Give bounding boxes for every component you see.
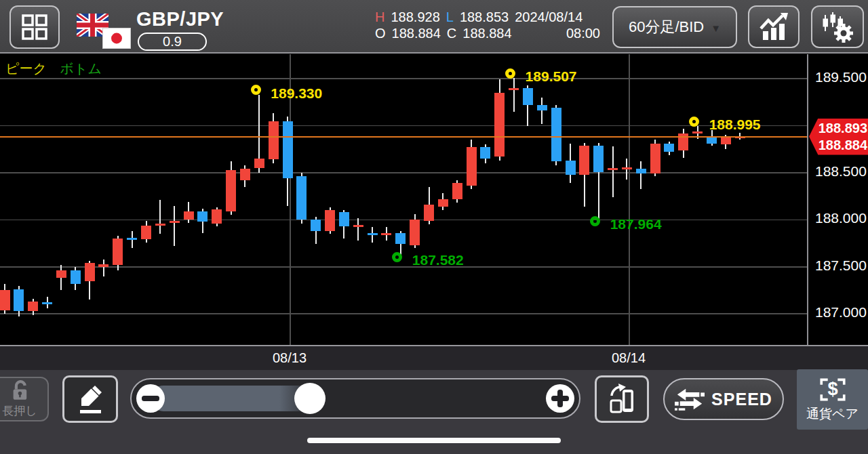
candle-body (98, 264, 108, 267)
candle-body (197, 211, 208, 222)
bottom-toolbar: 長押し (0, 370, 868, 454)
lock-button[interactable]: 長押し (0, 377, 49, 421)
candle-body (480, 147, 490, 159)
h-gridline (0, 220, 807, 221)
peak-value-label: 188.995 (709, 117, 761, 133)
home-indicator[interactable] (307, 438, 561, 443)
speed-order-button[interactable]: SPEED (663, 378, 784, 420)
candle-body (650, 144, 660, 173)
date-axis: 08/1308/14 (0, 345, 868, 370)
candle-body (269, 121, 279, 160)
h-gridline (0, 313, 807, 314)
price-axis-label: 187.000 (815, 304, 867, 321)
bottom-value-label: 187.964 (610, 216, 662, 232)
candle-body (509, 88, 519, 90)
close-label: C (447, 25, 456, 41)
open-label: O (375, 25, 386, 41)
candle-wick (103, 260, 104, 276)
candle-wick (174, 206, 175, 247)
candle-body (254, 159, 264, 168)
candle-wick (612, 146, 614, 197)
bottom-marker (590, 216, 600, 226)
zoom-out-button[interactable] (136, 384, 165, 413)
candle-body (184, 211, 194, 220)
candle-body (113, 239, 123, 265)
low-label: L (446, 9, 454, 25)
close-value: 188.884 (462, 25, 511, 41)
h-gridline (0, 78, 807, 79)
candle-body (56, 270, 66, 278)
candle-body (14, 289, 24, 311)
line-chart-icon (758, 12, 789, 42)
candle-body (311, 220, 321, 231)
layout-grid-button[interactable] (9, 5, 60, 49)
candle-wick (513, 78, 515, 112)
candle-body (85, 263, 95, 281)
candle-body (721, 137, 731, 144)
slider-thumb[interactable] (294, 383, 326, 414)
timeframe-dropdown[interactable]: 60分足/BID ▼ (612, 6, 737, 48)
candle-body (566, 161, 576, 175)
rotate-device-icon (606, 383, 637, 415)
chart-settings-button[interactable] (811, 5, 864, 48)
rotate-screen-button[interactable] (595, 375, 649, 423)
candle-body (395, 233, 406, 245)
candle-body (494, 93, 505, 157)
h-gridline (0, 266, 807, 268)
quote-block: H 188.928 L 188.853 2024/08/14 O 188.884… (375, 9, 600, 41)
candle-body (368, 233, 378, 235)
draw-button[interactable] (62, 375, 118, 423)
pair-title: GBP/JPY (136, 8, 224, 30)
chevron-down-icon: ▼ (711, 22, 721, 34)
candle-body (579, 146, 589, 175)
svg-text:$: $ (827, 378, 837, 399)
spread-badge: 0.9 (138, 33, 207, 51)
candlestick-gear-icon (821, 11, 854, 43)
price-axis-label: 187.500 (815, 257, 867, 274)
chart-type-button[interactable] (748, 5, 800, 48)
candle-body (424, 205, 434, 221)
candle-body (42, 302, 52, 304)
peak-marker (505, 68, 515, 79)
candle-body (226, 170, 236, 211)
currency-flags (77, 14, 134, 51)
speed-label: SPEED (711, 390, 772, 409)
candle-body (622, 167, 632, 169)
quote-time: 08:00 (566, 25, 600, 41)
speed-arrows-icon (675, 386, 705, 413)
currency-pair-label: 通貨ペア (806, 405, 859, 423)
candle-body (523, 88, 533, 105)
candle-body (212, 209, 222, 224)
candle-wick (159, 200, 161, 234)
candle-body (438, 199, 448, 207)
badge-ask: 188.893 (818, 120, 867, 137)
peak-value-label: 189.507 (526, 68, 577, 85)
japan-flag-icon (102, 28, 131, 49)
price-axis-label: 189.500 (815, 69, 867, 85)
candle-body (707, 137, 717, 144)
candle-body (410, 220, 420, 245)
minus-icon (142, 396, 159, 401)
timeframe-label: 60分足/BID (629, 17, 704, 37)
candle-wick (640, 161, 642, 188)
candle-body (467, 147, 477, 186)
candle-body (353, 225, 363, 227)
open-value: 188.884 (392, 25, 441, 41)
bottom-marker (392, 252, 402, 262)
currency-pair-button[interactable]: $ 通貨ペア (797, 369, 868, 430)
peak-marker (689, 117, 699, 127)
candle-body (170, 221, 180, 223)
plus-icon (551, 390, 569, 407)
chart-legend: ピーク ボトム (5, 60, 102, 78)
candle-body (537, 105, 547, 110)
chart-plot[interactable]: ピーク ボトム 189.330187.582189.507187.964188.… (0, 54, 807, 345)
pencil-icon (74, 382, 106, 416)
candle-body (608, 168, 618, 170)
candle-body (381, 233, 391, 235)
date-label: 08/13 (273, 346, 307, 370)
zoom-slider[interactable] (130, 378, 580, 419)
high-value: 188.928 (391, 9, 439, 25)
lock-icon (8, 379, 31, 403)
candle-body (296, 176, 307, 220)
zoom-in-button[interactable] (546, 384, 574, 413)
